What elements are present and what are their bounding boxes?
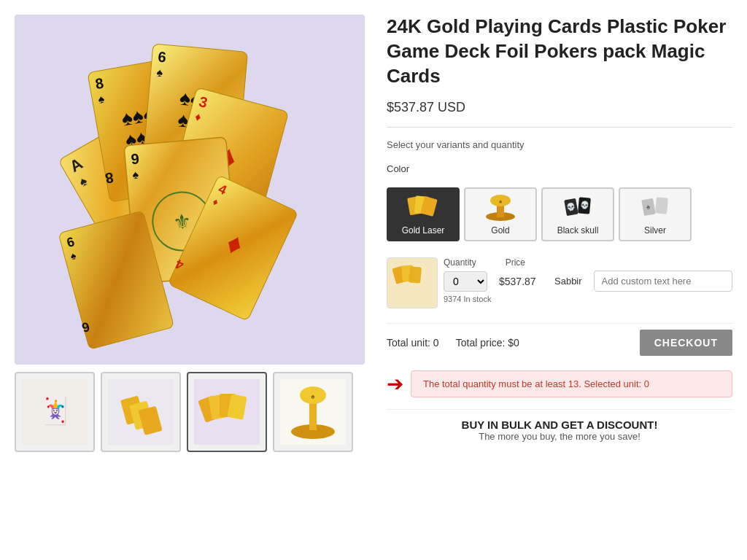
gold-label: Gold [491,225,509,236]
total-unit-label: Total unit: [387,337,430,349]
divider-1 [387,127,732,128]
svg-text:9: 9 [131,150,140,167]
variant-controls: Quantity Price 0 1 5 10 13 20 $537.87 Sa… [444,257,732,303]
svg-text:6: 6 [158,49,167,66]
silver-label: Silver [644,225,666,236]
total-price-label: Total price: [456,337,506,349]
thumbnail-3[interactable] [187,372,267,452]
svg-text:🃏: 🃏 [39,394,71,426]
checkout-button[interactable]: CHECKOUT [640,330,732,356]
price-col-label: Price [506,257,525,268]
thumbnail-row: 🃏 [15,372,365,452]
variant-name: Sabbir [554,276,582,287]
total-info: Total unit: 0 Total price: $0 [387,337,519,349]
total-unit-value: 0 [433,337,439,349]
product-images-section: A ♠ ♠ A 8 ♠ ♠♠♠♠ ♠♠♠♠ 8 [15,15,365,545]
gold-laser-icon [405,193,441,222]
product-price: $537.87 USD [387,100,732,115]
color-options: Gold Laser ♠ Gold [387,187,732,241]
quantity-col-label: Quantity [444,257,476,268]
color-option-black-skull[interactable]: 💀 💀 Black skull [541,187,614,241]
variant-thumbnail [387,257,438,308]
bulk-discount-banner: BUY IN BULK AND GET A DISCOUNT! The more… [387,409,732,451]
quantity-select[interactable]: 0 1 5 10 13 20 [444,271,487,292]
color-option-gold[interactable]: ♠ Gold [464,187,537,241]
thumbnail-4[interactable]: ♠ [273,372,353,452]
product-title: 24K Gold Playing Cards Plastic Poker Gam… [387,15,732,88]
variant-row: Quantity Price 0 1 5 10 13 20 $537.87 Sa… [387,257,732,308]
error-row: ➔ The total quantity must be at least 13… [387,370,732,397]
arrow-right-icon: ➔ [387,372,403,396]
color-option-gold-laser[interactable]: Gold Laser [387,187,460,241]
black-skull-icon: 💀 💀 [560,193,596,222]
svg-rect-70 [409,267,422,284]
svg-text:♠: ♠ [311,392,315,400]
stock-info: 9374 In stock [444,295,732,303]
svg-rect-67 [655,198,668,214]
custom-text-input[interactable] [594,271,732,292]
bulk-discount-sub: The more you buy, the more you save! [395,431,724,442]
variant-header: Quantity Price [444,257,732,268]
bulk-discount-title: BUY IN BULK AND GET A DISCOUNT! [395,419,724,431]
variant-inputs: 0 1 5 10 13 20 $537.87 Sabbir [444,271,732,292]
gold-laser-label: Gold Laser [402,225,445,236]
variant-price: $537.87 [499,276,543,287]
color-option-silver[interactable]: ♠ Silver [619,187,692,241]
thumbnail-2[interactable] [101,372,181,452]
main-product-image: A ♠ ♠ A 8 ♠ ♠♠♠♠ ♠♠♠♠ 8 [15,15,365,365]
svg-text:💀: 💀 [580,201,590,211]
error-message: The total quantity must be at least 13. … [411,370,732,397]
total-checkout-row: Total unit: 0 Total price: $0 CHECKOUT [387,323,732,362]
gold-icon: ♠ [482,193,519,222]
thumbnail-1[interactable]: 🃏 [15,372,95,452]
svg-text:⚜: ⚜ [172,209,193,233]
variants-label: Select your variants and quantity [387,139,732,150]
total-price-value: $0 [508,337,519,349]
product-info-section: 24K Gold Playing Cards Plastic Poker Gam… [387,15,732,545]
color-label: Color [387,163,732,174]
black-skull-label: Black skull [557,225,599,236]
silver-icon: ♠ [637,193,673,222]
